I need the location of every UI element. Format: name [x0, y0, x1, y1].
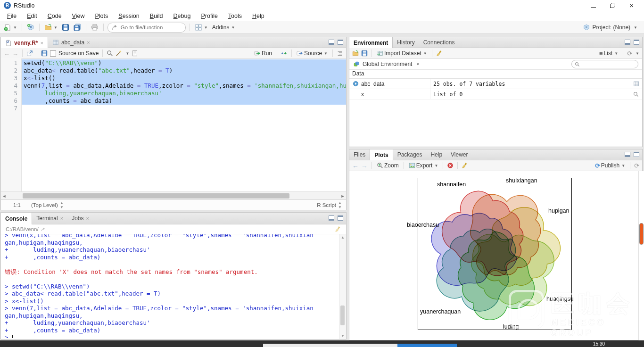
refresh-icon[interactable]: ⟳ [627, 50, 632, 57]
open-file-button[interactable]: ▼ [43, 23, 58, 32]
environment-search-box[interactable] [571, 60, 638, 68]
clear-plots-broom-icon[interactable] [462, 162, 468, 169]
code-line[interactable]: venn(7,list = abc_data,Adelaide = TRUE,z… [22, 82, 346, 90]
nav-back-icon[interactable]: ← [4, 50, 10, 57]
save-workspace-icon[interactable] [361, 50, 368, 57]
tab-venny-r[interactable]: R venny.R* × [1, 37, 48, 48]
window-close-button[interactable]: × [629, 3, 634, 8]
compile-report-icon[interactable] [132, 50, 138, 57]
taskbar-active-app[interactable] [397, 344, 457, 347]
run-button[interactable]: Run [253, 49, 273, 58]
hscroll-thumb[interactable] [23, 193, 289, 198]
window-restore-button[interactable] [610, 3, 615, 8]
view-table-icon[interactable] [633, 81, 639, 87]
file-type-selector[interactable]: R Script▲▼ [317, 201, 341, 209]
vscroll-thumb[interactable] [340, 306, 345, 325]
tab-environment[interactable]: Environment [349, 37, 393, 48]
workspace-panes-button[interactable]: ▼ [194, 23, 209, 32]
tab-viewer[interactable]: Viewer [446, 149, 472, 160]
menu-profile[interactable]: Profile [196, 11, 223, 21]
code-line[interactable]: ,counts = abc_data) [22, 97, 346, 105]
inspect-object-icon[interactable] [633, 91, 639, 97]
console-scrollbar[interactable]: ▲ ▼ [339, 234, 346, 339]
code-line[interactable]: setwd("C:\\RAB\\venn") [22, 59, 346, 67]
save-all-button[interactable] [73, 23, 82, 32]
expand-object-icon[interactable] [353, 81, 359, 87]
menu-build[interactable]: Build [145, 11, 168, 21]
goto-file-input[interactable] [120, 24, 176, 31]
pane-minimize-icon[interactable] [329, 215, 334, 221]
document-outline-icon[interactable] [337, 50, 343, 57]
environment-row-abc-data[interactable]: abc_data 25 obs. of 7 variables [349, 79, 642, 89]
tab-terminal[interactable]: Terminal× [32, 213, 67, 224]
list-view-button[interactable]: ≡ List▼ [598, 49, 619, 58]
tab-close-icon[interactable]: × [86, 215, 89, 221]
menu-view[interactable]: View [67, 11, 90, 21]
open-in-window-icon[interactable] [26, 50, 33, 57]
load-workspace-icon[interactable] [352, 50, 359, 57]
wand-dropdown-icon[interactable]: ▼ [125, 51, 129, 56]
export-plot-button[interactable]: Export ▼ [408, 161, 439, 170]
menu-file[interactable]: File [2, 11, 22, 21]
scroll-right-icon[interactable]: ► [339, 194, 346, 198]
tab-connections[interactable]: Connections [419, 37, 459, 48]
clear-console-broom-icon[interactable] [335, 226, 341, 232]
menu-edit[interactable]: Edit [22, 11, 42, 21]
pane-maximize-icon[interactable] [338, 40, 343, 45]
page-scroll-thumb[interactable] [639, 223, 644, 245]
scroll-down-icon[interactable]: ▼ [341, 334, 345, 338]
scroll-left-icon[interactable]: ◄ [1, 194, 8, 198]
save-icon[interactable] [41, 50, 48, 57]
menu-session[interactable]: Session [113, 11, 144, 21]
goto-directory-icon[interactable] [41, 227, 46, 232]
refresh-dropdown-icon[interactable]: ▼ [636, 51, 639, 56]
tab-history[interactable]: History [393, 37, 419, 48]
pane-minimize-icon[interactable] [625, 40, 630, 45]
tab-plots[interactable]: Plots [370, 149, 393, 160]
code-line[interactable] [22, 105, 346, 112]
refresh-plot-icon[interactable]: ⟳ [634, 162, 639, 169]
console-output[interactable]: > venn(x,list = abc_data,Adelaide = TRUE… [1, 234, 339, 338]
rerun-icon[interactable] [281, 50, 288, 57]
import-dataset-button[interactable]: Import Dataset ▼ [376, 49, 428, 58]
tab-close-icon[interactable]: × [40, 40, 43, 46]
source-on-save-checkbox[interactable] [50, 50, 56, 57]
environment-scope-selector[interactable]: Global Environment [363, 61, 412, 67]
pane-minimize-icon[interactable] [329, 40, 334, 45]
window-minimize-button[interactable] [591, 7, 596, 8]
new-file-button[interactable]: ▼ [3, 23, 18, 32]
save-button[interactable] [61, 23, 70, 32]
editor-hscrollbar[interactable]: ◄ ► [1, 191, 346, 200]
environment-search-input[interactable] [582, 61, 631, 67]
menu-help[interactable]: Help [247, 11, 270, 21]
remove-plot-icon[interactable] [447, 162, 454, 169]
source-button[interactable]: Source ▼ [296, 49, 329, 58]
next-plot-icon[interactable]: → [361, 162, 368, 169]
menu-debug[interactable]: Debug [168, 11, 196, 21]
project-selector[interactable]: R Project: (None) ▼ [583, 24, 641, 31]
nav-forward-icon[interactable]: → [12, 50, 18, 57]
clear-environment-broom-icon[interactable] [436, 50, 443, 57]
menu-code[interactable]: Code [42, 11, 67, 21]
zoom-plot-button[interactable]: Zoom [376, 161, 400, 170]
scope-selector[interactable]: (Top Level)▲▼ [31, 201, 63, 209]
previous-plot-icon[interactable]: ← [352, 162, 359, 169]
tab-packages[interactable]: Packages [393, 149, 427, 160]
scroll-up-icon[interactable]: ▲ [341, 235, 345, 240]
print-button[interactable] [90, 23, 99, 32]
menu-plots[interactable]: Plots [90, 11, 113, 21]
pane-maximize-icon[interactable] [634, 40, 639, 45]
tab-files[interactable]: Files [349, 149, 370, 160]
editor-lines[interactable]: setwd("C:\\RAB\\venn")abc_data<-read.tab… [22, 58, 346, 192]
tab-jobs[interactable]: Jobs× [67, 213, 93, 224]
find-icon[interactable] [107, 50, 113, 57]
code-editor[interactable]: 1234567 setwd("C:\\RAB\\venn")abc_data<-… [1, 58, 346, 192]
pane-minimize-icon[interactable] [625, 152, 630, 157]
environment-row-x[interactable]: x List of 0 [349, 89, 642, 99]
publish-button[interactable]: ⟳ Publish▼ [594, 161, 626, 170]
tab-console[interactable]: Console [1, 213, 32, 224]
tab-close-icon[interactable]: × [87, 40, 90, 45]
page-scrollbar[interactable] [638, 171, 644, 340]
new-project-button[interactable]: R [26, 23, 35, 32]
code-line[interactable]: abc_data<-read.table("abc.txt",header = … [22, 67, 346, 74]
